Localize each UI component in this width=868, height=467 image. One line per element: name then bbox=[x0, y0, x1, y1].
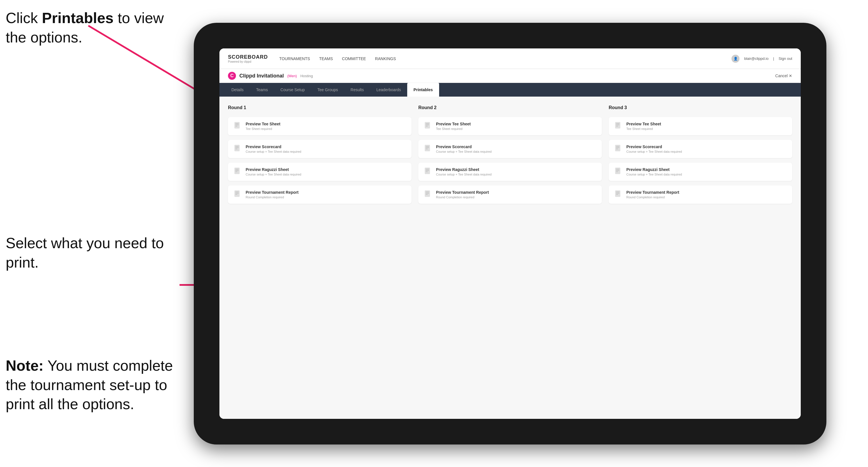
tab-leaderboards[interactable]: Leaderboards bbox=[370, 83, 407, 97]
nav-rankings[interactable]: RANKINGS bbox=[375, 55, 396, 62]
instruction-middle: Select what you need to print. bbox=[6, 234, 171, 272]
sign-out-link[interactable]: | bbox=[773, 56, 774, 61]
svg-rect-31 bbox=[426, 172, 428, 172]
svg-rect-4 bbox=[235, 122, 240, 128]
svg-rect-11 bbox=[236, 149, 237, 149]
tab-details[interactable]: Details bbox=[225, 83, 250, 97]
svg-rect-21 bbox=[426, 123, 429, 124]
round3-report-text: Preview Tournament Report Round Completi… bbox=[626, 190, 679, 199]
round3-report-card[interactable]: Preview Tournament Report Round Completi… bbox=[609, 186, 792, 204]
tab-teams[interactable]: Teams bbox=[250, 83, 274, 97]
round1-scorecard-card[interactable]: Preview Scorecard Course setup + Tee She… bbox=[228, 140, 411, 158]
round3-scorecard-sub: Course setup + Tee Sheet data required bbox=[626, 150, 682, 153]
top-nav: SCOREBOARD Powered by clippd TOURNAMENTS… bbox=[219, 49, 801, 69]
round3-report-sub: Round Completion required bbox=[626, 195, 679, 199]
round2-scorecard-title: Preview Scorecard bbox=[436, 145, 492, 149]
svg-rect-32 bbox=[425, 190, 430, 197]
round3-raguzzi-title: Preview Raguzzi Sheet bbox=[626, 167, 682, 172]
round1-report-card[interactable]: Preview Tournament Report Round Completi… bbox=[228, 186, 411, 204]
tablet-screen: SCOREBOARD Powered by clippd TOURNAMENTS… bbox=[219, 49, 801, 419]
svg-rect-16 bbox=[235, 190, 240, 197]
svg-rect-17 bbox=[236, 192, 239, 192]
tablet: SCOREBOARD Powered by clippd TOURNAMENTS… bbox=[194, 23, 827, 444]
main-content: Round 1 Preview Tee Sheet Tee Sheet requ… bbox=[219, 97, 801, 419]
svg-rect-48 bbox=[615, 190, 620, 197]
round-1-column: Round 1 Preview Tee Sheet Tee Sheet requ… bbox=[228, 105, 411, 410]
round3-raguzzi-card[interactable]: Preview Raguzzi Sheet Course setup + Tee… bbox=[609, 163, 792, 181]
svg-rect-40 bbox=[615, 145, 620, 151]
svg-rect-30 bbox=[426, 170, 429, 171]
report-icon-r3 bbox=[614, 190, 622, 199]
round1-report-text: Preview Tournament Report Round Completi… bbox=[246, 190, 299, 199]
tournament-name: Clippd Invitational bbox=[239, 73, 284, 79]
scorecard-icon-r1 bbox=[234, 145, 242, 154]
round2-raguzzi-text: Preview Raguzzi Sheet Course setup + Tee… bbox=[436, 167, 492, 176]
sign-out-button[interactable]: Sign out bbox=[778, 56, 792, 61]
tab-tee-groups[interactable]: Tee Groups bbox=[311, 83, 344, 97]
tab-course-setup[interactable]: Course Setup bbox=[274, 83, 311, 97]
round2-raguzzi-title: Preview Raguzzi Sheet bbox=[436, 167, 492, 172]
tab-printables[interactable]: Printables bbox=[407, 83, 439, 97]
cancel-button[interactable]: Cancel ✕ bbox=[775, 73, 792, 78]
round1-raguzzi-card[interactable]: Preview Raguzzi Sheet Course setup + Tee… bbox=[228, 163, 411, 181]
round2-report-sub: Round Completion required bbox=[436, 195, 489, 199]
round2-tee-sheet-text: Preview Tee Sheet Tee Sheet required bbox=[436, 122, 471, 130]
round2-tee-sheet-title: Preview Tee Sheet bbox=[436, 122, 471, 126]
round2-raguzzi-card[interactable]: Preview Raguzzi Sheet Course setup + Tee… bbox=[418, 163, 602, 181]
report-icon-r2 bbox=[424, 190, 432, 199]
tee-sheet-icon-r3 bbox=[614, 122, 622, 131]
svg-rect-41 bbox=[616, 146, 619, 147]
printables-bold: Printables bbox=[42, 10, 114, 26]
svg-rect-50 bbox=[616, 193, 619, 193]
round1-tee-sheet-card[interactable]: Preview Tee Sheet Tee Sheet required bbox=[228, 117, 411, 135]
round2-raguzzi-sub: Course setup + Tee Sheet data required bbox=[436, 173, 492, 176]
svg-rect-15 bbox=[236, 172, 237, 172]
round1-report-sub: Round Completion required bbox=[246, 195, 299, 199]
svg-rect-13 bbox=[236, 169, 239, 169]
instruction-bottom: Note: You must complete the tournament s… bbox=[6, 356, 182, 414]
svg-rect-37 bbox=[616, 123, 619, 124]
hosting-badge: Hosting bbox=[300, 74, 313, 78]
raguzzi-icon-r2 bbox=[424, 167, 432, 176]
svg-rect-34 bbox=[426, 193, 429, 193]
round1-raguzzi-sub: Course setup + Tee Sheet data required bbox=[246, 173, 301, 176]
round2-scorecard-card[interactable]: Preview Scorecard Course setup + Tee She… bbox=[418, 140, 602, 158]
svg-rect-22 bbox=[426, 125, 429, 125]
logo-sub: Powered by clippd bbox=[228, 60, 268, 63]
scorecard-icon-r3 bbox=[614, 145, 622, 154]
round2-report-text: Preview Tournament Report Round Completi… bbox=[436, 190, 489, 199]
svg-rect-44 bbox=[615, 167, 620, 174]
svg-rect-25 bbox=[426, 146, 429, 147]
svg-rect-18 bbox=[236, 193, 239, 193]
top-nav-right: 👤 blair@clippd.io | Sign out bbox=[732, 55, 792, 63]
nav-tournaments[interactable]: TOURNAMENTS bbox=[279, 55, 310, 62]
svg-rect-12 bbox=[235, 167, 240, 174]
round2-tee-sheet-card[interactable]: Preview Tee Sheet Tee Sheet required bbox=[418, 117, 602, 135]
round3-tee-sheet-text: Preview Tee Sheet Tee Sheet required bbox=[626, 122, 661, 130]
round3-tee-sheet-card[interactable]: Preview Tee Sheet Tee Sheet required bbox=[609, 117, 792, 135]
svg-rect-51 bbox=[616, 194, 618, 195]
note-bold: Note: bbox=[6, 357, 43, 374]
round2-report-card[interactable]: Preview Tournament Report Round Completi… bbox=[418, 186, 602, 204]
round3-scorecard-card[interactable]: Preview Scorecard Course setup + Tee She… bbox=[609, 140, 792, 158]
sub-nav: C Clippd Invitational (Men) Hosting Canc… bbox=[219, 69, 801, 83]
round2-scorecard-text: Preview Scorecard Course setup + Tee She… bbox=[436, 145, 492, 153]
svg-rect-46 bbox=[616, 170, 619, 171]
round1-raguzzi-text: Preview Raguzzi Sheet Course setup + Tee… bbox=[246, 167, 301, 176]
user-email: blair@clippd.io bbox=[744, 56, 768, 61]
svg-rect-6 bbox=[236, 125, 239, 125]
svg-rect-20 bbox=[425, 122, 430, 128]
tab-results[interactable]: Results bbox=[344, 83, 370, 97]
svg-rect-42 bbox=[616, 147, 619, 148]
user-avatar: 👤 bbox=[732, 55, 740, 63]
raguzzi-icon-r3 bbox=[614, 167, 622, 176]
instruction-top: Click Printables to view the options. bbox=[6, 8, 171, 47]
svg-rect-23 bbox=[426, 126, 428, 126]
svg-rect-24 bbox=[425, 145, 430, 151]
round-2-title: Round 2 bbox=[418, 105, 602, 110]
round-3-title: Round 3 bbox=[609, 105, 792, 110]
clippd-logo: C bbox=[228, 72, 236, 80]
round-3-column: Round 3 Preview Tee Sheet Tee Sheet requ… bbox=[609, 105, 792, 410]
nav-teams[interactable]: TEAMS bbox=[319, 55, 333, 62]
nav-committee[interactable]: COMMITTEE bbox=[342, 55, 366, 62]
